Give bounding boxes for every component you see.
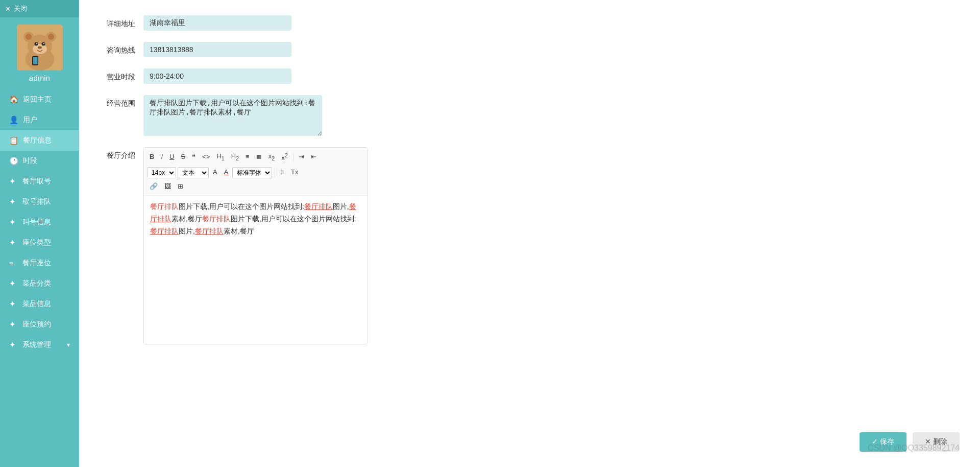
ordered-list-button[interactable]: ≡ <box>243 151 252 163</box>
system-management-icon: ✦ <box>9 340 18 349</box>
form-area: 详细地址 咨询热线 营业时段 经营范围 餐厅排队图片下载,用户可以在这个图片网站… <box>79 0 538 366</box>
seat-type-icon: ✦ <box>9 238 18 247</box>
font-color-button[interactable]: A <box>210 167 220 178</box>
strikethrough-button[interactable]: S <box>178 151 188 163</box>
editor-content-area[interactable]: 餐厅排队图片下载,用户可以在这个图片网站找到:餐厅排队图片,餐厅排队素材,餐厅餐… <box>144 196 368 344</box>
restaurant-seats-icon: ≡ <box>9 259 18 268</box>
svg-point-9 <box>41 42 45 46</box>
delete-button[interactable]: ✕ 删除 <box>913 432 960 452</box>
close-button[interactable]: ✕ 关闭 <box>0 0 79 17</box>
restaurant-info-icon: 📋 <box>9 136 19 145</box>
sidebar-item-restaurant-seats[interactable]: ≡ 餐厅座位 <box>0 253 79 273</box>
indent-button[interactable]: ⇥ <box>296 151 307 163</box>
blockquote-button[interactable]: ❝ <box>189 151 198 163</box>
call-info-icon: ✦ <box>9 218 18 227</box>
sidebar-item-dish-category-label: 菜品分类 <box>22 279 51 288</box>
dish-category-icon: ✦ <box>9 279 18 288</box>
superscript-button[interactable]: x2 <box>279 150 290 164</box>
unordered-list-button[interactable]: ≣ <box>254 151 264 163</box>
restaurant-queue-icon: ✦ <box>9 177 18 186</box>
avatar-image <box>17 25 63 71</box>
avatar <box>17 25 63 71</box>
sidebar-item-system-management[interactable]: ✦ 系统管理 <box>0 335 79 355</box>
align-button[interactable]: ≡ <box>278 167 287 178</box>
intro-label: 餐厅介绍 <box>100 147 135 160</box>
sidebar-item-time-slots-label: 时段 <box>23 156 37 166</box>
sidebar-item-seat-reservation[interactable]: ✦ 座位预约 <box>0 314 79 335</box>
detail-address-label: 详细地址 <box>100 15 135 29</box>
detail-address-input[interactable] <box>143 15 291 31</box>
sidebar-item-restaurant-queue-label: 餐厅取号 <box>22 177 51 186</box>
sidebar-item-home[interactable]: 🏠 返回主页 <box>0 89 79 110</box>
time-slots-icon: 🕐 <box>9 156 19 166</box>
sidebar-item-restaurant-info[interactable]: 📋 餐厅信息 <box>0 130 79 151</box>
bold-button[interactable]: B <box>147 151 157 163</box>
link-button[interactable]: 🔗 <box>147 181 160 193</box>
editor-link-1[interactable]: 餐厅排队 <box>304 202 333 211</box>
users-icon: 👤 <box>9 115 19 125</box>
detail-address-row: 详细地址 <box>100 15 518 31</box>
svg-point-4 <box>26 34 32 40</box>
sidebar-item-restaurant-info-label: 餐厅信息 <box>23 136 52 145</box>
dish-info-icon: ✦ <box>9 299 18 309</box>
underline-button[interactable]: U <box>167 151 177 163</box>
sidebar-nav: 🏠 返回主页 👤 用户 📋 餐厅信息 🕐 时段 ✦ 餐厅取号 ✦ 取号排队 ✦ … <box>0 89 79 355</box>
queue-line-icon: ✦ <box>9 197 18 206</box>
close-label: 关闭 <box>14 4 27 13</box>
svg-point-10 <box>36 43 37 44</box>
toolbar-separator-1 <box>293 153 293 162</box>
main-content: 详细地址 咨询热线 营业时段 经营范围 餐厅排队图片下载,用户可以在这个图片网站… <box>79 0 980 467</box>
svg-rect-14 <box>33 57 37 64</box>
toolbar-row-1: B I U S ❝ <> H1 H2 ≡ ≣ x2 x2 ⇥ <box>147 150 364 164</box>
font-type-select[interactable]: 文本 标题1 标题2 <box>178 167 209 178</box>
code-button[interactable]: <> <box>200 151 212 163</box>
intro-row: 餐厅介绍 B I U S ❝ <> H1 H2 ≡ ≣ x2 <box>100 147 518 344</box>
sidebar-item-time-slots[interactable]: 🕐 时段 <box>0 151 79 171</box>
sidebar-item-dish-category[interactable]: ✦ 菜品分类 <box>0 273 79 294</box>
toolbar-separator-2 <box>275 168 275 177</box>
image-button[interactable]: 🖼 <box>162 181 174 193</box>
svg-point-8 <box>34 42 38 46</box>
editor-link-3[interactable]: 餐厅排队 <box>150 227 179 235</box>
hotline-row: 咨询热线 <box>100 42 518 57</box>
clear-format-button[interactable]: Tx <box>288 167 301 178</box>
editor-toolbar: B I U S ❝ <> H1 H2 ≡ ≣ x2 x2 ⇥ <box>144 148 368 196</box>
sidebar-item-queue-line-label: 取号排队 <box>22 197 51 206</box>
home-icon: 🏠 <box>9 95 19 104</box>
sidebar-item-users-label: 用户 <box>23 115 37 125</box>
sidebar-item-seat-type[interactable]: ✦ 座位类型 <box>0 232 79 253</box>
sidebar-item-restaurant-queue[interactable]: ✦ 餐厅取号 <box>0 171 79 192</box>
editor-link-4[interactable]: 餐厅排队 <box>195 227 224 235</box>
font-size-select[interactable]: 12px 14px 16px 18px 20px <box>147 167 176 178</box>
editor-text-highlighted: 餐厅排队 <box>150 202 179 211</box>
font-family-select[interactable]: 标准字体 宋体 微软雅黑 <box>232 167 272 178</box>
toolbar-row-3: 🔗 🖼 ⊞ <box>147 181 364 193</box>
h2-button[interactable]: H2 <box>229 151 241 164</box>
sidebar-item-queue-line[interactable]: ✦ 取号排队 <box>0 192 79 212</box>
font-bg-color-button[interactable]: A <box>222 167 231 178</box>
sidebar-item-call-info-label: 叫号信息 <box>22 218 51 227</box>
italic-button[interactable]: I <box>158 151 165 163</box>
business-hours-input[interactable] <box>143 68 291 84</box>
sidebar-item-dish-info[interactable]: ✦ 菜品信息 <box>0 294 79 314</box>
sidebar-item-call-info[interactable]: ✦ 叫号信息 <box>0 212 79 232</box>
editor-text-highlighted-2: 餐厅排队 <box>202 215 231 223</box>
sidebar: ✕ 关闭 <box>0 0 79 467</box>
business-scope-row: 经营范围 餐厅排队图片下载,用户可以在这个图片网站找到:餐厅排队图片,餐厅排队素… <box>100 95 518 136</box>
toolbar-row-2: 12px 14px 16px 18px 20px 文本 标题1 标题2 A A <box>147 167 364 178</box>
svg-point-6 <box>48 34 54 40</box>
svg-point-11 <box>43 43 44 44</box>
table-button[interactable]: ⊞ <box>175 181 186 193</box>
hotline-input[interactable] <box>143 42 291 57</box>
subscript-button[interactable]: x2 <box>266 151 278 164</box>
h1-button[interactable]: H1 <box>214 151 227 164</box>
business-scope-textarea[interactable]: 餐厅排队图片下载,用户可以在这个图片网站找到:餐厅排队图片,餐厅排队素材,餐厅 <box>143 95 322 136</box>
save-button[interactable]: ✓ 保存 <box>860 432 906 452</box>
sidebar-item-seat-reservation-label: 座位预约 <box>22 320 51 329</box>
svg-point-12 <box>38 46 42 49</box>
business-scope-label: 经营范围 <box>100 95 135 108</box>
outdent-button[interactable]: ⇤ <box>308 151 319 163</box>
sidebar-item-dish-info-label: 菜品信息 <box>22 299 51 309</box>
sidebar-item-users[interactable]: 👤 用户 <box>0 110 79 130</box>
rich-text-editor: B I U S ❝ <> H1 H2 ≡ ≣ x2 x2 ⇥ <box>143 147 368 344</box>
